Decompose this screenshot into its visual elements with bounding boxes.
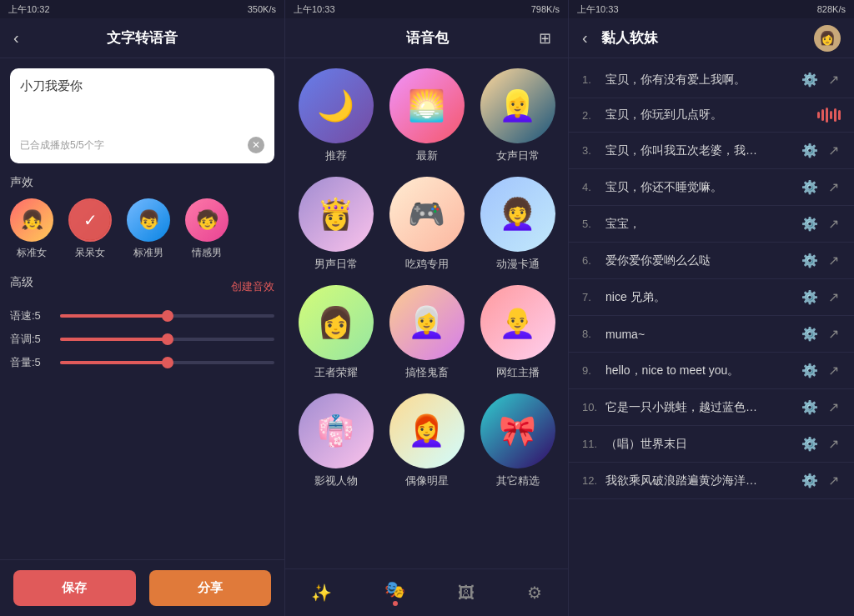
image-icon: 🖼 xyxy=(458,583,475,603)
text-input[interactable]: 小刀我爱你 xyxy=(20,78,264,128)
left-header: ‹ 文字转语音 xyxy=(0,18,284,58)
tab-mask[interactable]: 🎭 xyxy=(374,576,415,609)
tune-icon-9[interactable]: ⚙️ xyxy=(800,361,820,380)
phrase-item-7[interactable]: 7. nice 兄弟。 ⚙️ ↗ xyxy=(569,279,854,316)
phrase-item-4[interactable]: 4. 宝贝，你还不睡觉嘛。 ⚙️ ↗ xyxy=(569,169,854,206)
tune-icon-5[interactable]: ⚙️ xyxy=(800,214,820,233)
phrase-text-11: （唱）世界末日 xyxy=(605,437,800,452)
right-network: 828K/s xyxy=(817,4,846,14)
pack-item-10[interactable]: 👩‍🦰 偶像明星 xyxy=(386,393,467,488)
left-network: 350K/s xyxy=(248,4,276,14)
tune-icon-7[interactable]: ⚙️ xyxy=(800,288,820,307)
share-icon-1[interactable]: ↗ xyxy=(826,70,841,89)
left-panel: 上午10:32 350K/s ‹ 文字转语音 小刀我爱你 已合成播放5/5个字 … xyxy=(0,0,285,616)
pack-item-4[interactable]: 🎮 吃鸡专用 xyxy=(386,177,467,272)
speed-thumb[interactable] xyxy=(162,310,173,322)
pack-item-2[interactable]: 👱‍♀️ 女声日常 xyxy=(477,68,558,163)
share-icon-8[interactable]: ↗ xyxy=(826,324,841,343)
share-icon-7[interactable]: ↗ xyxy=(826,288,841,307)
pack-circle-3: 👸 xyxy=(299,177,374,252)
voice-options: 👧 标准女 ✓ 呆呆女 👦 标准男 🧒 情感男 xyxy=(10,198,274,260)
voice-item-3[interactable]: 🧒 情感男 xyxy=(185,198,229,260)
pack-label-6: 王者荣耀 xyxy=(314,365,358,380)
share-icon-10[interactable]: ↗ xyxy=(826,398,841,417)
mid-status-bar: 上午10:33 798K/s xyxy=(285,0,568,18)
pitch-thumb[interactable] xyxy=(162,333,173,345)
pack-item-5[interactable]: 👩‍🦱 动漫卡通 xyxy=(477,177,558,272)
tab-sparkle[interactable]: ✨ xyxy=(301,579,342,606)
tune-icon-11[interactable]: ⚙️ xyxy=(800,434,820,453)
pack-item-1[interactable]: 🌅 最新 xyxy=(386,68,467,163)
clear-button[interactable]: ✕ xyxy=(248,137,264,153)
share-icon-11[interactable]: ↗ xyxy=(826,434,841,453)
pack-row-1: 🌙 推荐 🌅 最新 👱‍♀️ 女声日常 xyxy=(295,68,558,163)
phrase-item-1[interactable]: 1. 宝贝，你有没有爱上我啊。 ⚙️ ↗ xyxy=(569,62,854,98)
create-sound-link[interactable]: 创建音效 xyxy=(231,279,274,294)
tune-icon-6[interactable]: ⚙️ xyxy=(800,251,820,270)
phrase-text-3: 宝贝，你叫我五次老婆，我… xyxy=(605,143,800,158)
phrase-item-5[interactable]: 5. 宝宝， ⚙️ ↗ xyxy=(569,206,854,243)
tune-icon-12[interactable]: ⚙️ xyxy=(800,471,820,490)
pack-item-7[interactable]: 👩‍🦳 搞怪鬼畜 xyxy=(386,285,467,380)
tune-icon-8[interactable]: ⚙️ xyxy=(800,324,820,343)
pack-label-0: 推荐 xyxy=(325,148,347,163)
phrase-item-2[interactable]: 2. 宝贝，你玩到几点呀。 xyxy=(569,98,854,133)
tune-icon-3[interactable]: ⚙️ xyxy=(800,141,820,160)
share-icon-6[interactable]: ↗ xyxy=(826,251,841,270)
pack-circle-4: 🎮 xyxy=(389,177,465,252)
share-icon-3[interactable]: ↗ xyxy=(826,141,841,160)
pack-label-5: 动漫卡通 xyxy=(496,257,540,272)
right-header: ‹ 黏人软妹 👩 xyxy=(569,18,854,58)
share-icon-12[interactable]: ↗ xyxy=(826,471,841,490)
voice-pack-grid: 🌙 推荐 🌅 最新 👱‍♀️ 女声日常 👸 男声日常 🎮 吃鸡专用 � xyxy=(285,58,568,568)
phrase-item-9[interactable]: 9. hello，nice to meet you。 ⚙️ ↗ xyxy=(569,353,854,389)
pack-item-0[interactable]: 🌙 推荐 xyxy=(295,68,376,163)
mid-title: 语音包 xyxy=(319,28,535,48)
pack-circle-8: 👩‍🦲 xyxy=(480,285,555,360)
phrase-text-5: 宝宝， xyxy=(605,217,800,232)
voice-name-3: 情感男 xyxy=(192,246,222,260)
left-time: 上午10:32 xyxy=(8,3,50,16)
phrase-item-3[interactable]: 3. 宝贝，你叫我五次老婆，我… ⚙️ ↗ xyxy=(569,133,854,169)
pack-item-3[interactable]: 👸 男声日常 xyxy=(295,177,376,272)
volume-slider-row: 音量:5 xyxy=(10,355,274,370)
voice-avatar-3: 🧒 xyxy=(185,198,229,242)
phrase-text-9: hello，nice to meet you。 xyxy=(605,363,800,378)
tune-icon-10[interactable]: ⚙️ xyxy=(800,398,820,417)
share-icon-4[interactable]: ↗ xyxy=(826,178,841,197)
phrase-item-10[interactable]: 10. 它是一只小跳蛙，越过蓝色… ⚙️ ↗ xyxy=(569,389,854,426)
speed-label: 语速:5 xyxy=(10,308,52,323)
phrase-num-8: 8. xyxy=(582,328,605,340)
phrase-text-7: nice 兄弟。 xyxy=(605,290,800,305)
pack-item-9[interactable]: 👘 影视人物 xyxy=(295,393,376,488)
pack-item-8[interactable]: 👩‍🦲 网红主播 xyxy=(477,285,558,380)
voice-item-1[interactable]: ✓ 呆呆女 xyxy=(68,198,112,260)
pitch-fill xyxy=(60,338,168,341)
tab-settings[interactable]: ⚙ xyxy=(517,579,552,606)
phrase-text-8: muma~ xyxy=(605,328,800,341)
phrase-item-11[interactable]: 11. （唱）世界末日 ⚙️ ↗ xyxy=(569,426,854,463)
tab-image[interactable]: 🖼 xyxy=(448,580,485,606)
pack-label-3: 男声日常 xyxy=(314,257,358,272)
save-button[interactable]: 保存 xyxy=(13,570,136,606)
volume-thumb[interactable] xyxy=(162,357,173,368)
voice-item-0[interactable]: 👧 标准女 xyxy=(10,198,53,260)
tune-icon-1[interactable]: ⚙️ xyxy=(800,70,820,89)
pack-row-2: 👸 男声日常 🎮 吃鸡专用 👩‍🦱 动漫卡通 xyxy=(295,177,558,272)
sparkle-icon: ✨ xyxy=(311,583,332,603)
archive-icon[interactable]: ⊞ xyxy=(535,26,555,51)
share-icon-9[interactable]: ↗ xyxy=(826,361,841,380)
char-count: 已合成播放5/5个字 xyxy=(20,138,104,153)
phrase-item-6[interactable]: 6. 爱你爱你爱哟么么哒 ⚙️ ↗ xyxy=(569,243,854,279)
phrase-item-8[interactable]: 8. muma~ ⚙️ ↗ xyxy=(569,316,854,353)
tune-icon-4[interactable]: ⚙️ xyxy=(800,178,820,197)
share-icon-5[interactable]: ↗ xyxy=(826,214,841,233)
left-back-button[interactable]: ‹ xyxy=(13,28,19,48)
voice-item-2[interactable]: 👦 标准男 xyxy=(127,198,170,260)
pack-item-6[interactable]: 👩 王者荣耀 xyxy=(295,285,376,380)
phrase-item-12[interactable]: 12. 我欲乘风破浪踏遍黄沙海洋… ⚙️ ↗ xyxy=(569,463,854,499)
share-button[interactable]: 分享 xyxy=(149,570,272,606)
right-back-button[interactable]: ‹ xyxy=(582,28,588,48)
pack-item-11[interactable]: 🎀 其它精选 xyxy=(477,393,558,488)
right-title: 黏人软妹 xyxy=(601,28,814,48)
